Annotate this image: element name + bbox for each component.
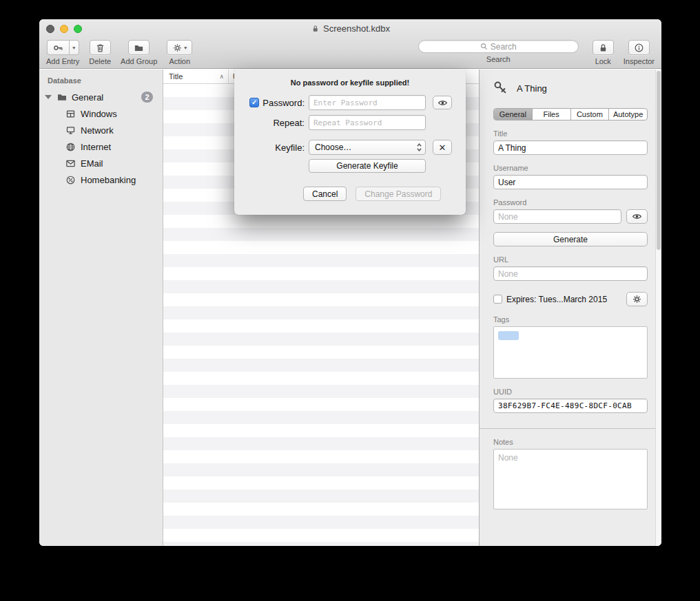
keyfile-popup-button[interactable]: Choose… [309, 140, 426, 155]
window-chrome: Screenshot.kdbx ▾ Add Entry Delete [39, 19, 661, 69]
sidebar-item-windows[interactable]: Windows [39, 105, 163, 122]
chevron-down-icon: ▾ [184, 45, 187, 51]
sidebar-item-label: EMail [81, 158, 103, 169]
title-label: Title [493, 129, 648, 138]
tab-autotype[interactable]: Autotype [609, 109, 647, 120]
key-icon [493, 81, 508, 96]
folder-icon [134, 43, 144, 53]
inspector-scrollbar[interactable] [655, 70, 661, 546]
tag-pill[interactable] [498, 331, 519, 340]
inspector-label: Inspector [624, 57, 655, 65]
tags-label: Tags [493, 315, 648, 324]
document-proxy-icon [311, 24, 320, 33]
trash-icon [95, 43, 105, 53]
search-label: Search [486, 55, 511, 63]
inspector-button[interactable] [628, 40, 650, 55]
add-group-button[interactable] [128, 40, 150, 55]
chevron-down-icon[interactable]: ▾ [69, 40, 79, 55]
dialog-reveal-password-button[interactable] [433, 96, 452, 109]
uuid-field[interactable] [493, 399, 648, 413]
dialog-repeat-field[interactable] [309, 115, 426, 130]
tab-general[interactable]: General [494, 109, 533, 120]
app-window: Screenshot.kdbx ▾ Add Entry Delete [39, 19, 661, 546]
username-label: Username [493, 164, 648, 172]
delete-item: Delete [89, 40, 111, 65]
notes-label: Notes [493, 438, 648, 446]
inspector-tabs: General Files Custom Autotype [493, 108, 648, 120]
gear-icon [632, 294, 642, 304]
tab-custom[interactable]: Custom [571, 109, 610, 120]
dialog-repeat-label: Repeat: [273, 118, 305, 128]
expires-row: Expires: Tues...March 2015 [493, 292, 648, 306]
eye-icon [438, 98, 448, 108]
dialog-password-label: Password: [262, 98, 305, 108]
key-icon[interactable] [47, 40, 69, 55]
gear-icon [172, 43, 183, 53]
add-group-item: Add Group [121, 40, 157, 65]
expires-settings-button[interactable] [626, 292, 648, 306]
sidebar-item-internet[interactable]: Internet [39, 138, 163, 155]
globe-icon [65, 142, 76, 152]
disclosure-triangle-icon[interactable] [45, 95, 52, 99]
title-field[interactable] [493, 140, 648, 155]
password-checkbox[interactable]: ✓ [249, 98, 259, 107]
action-button[interactable]: ▾ [167, 40, 192, 55]
action-item: ▾ Action [167, 40, 192, 65]
username-field[interactable] [493, 175, 648, 189]
lock-button[interactable] [593, 40, 614, 55]
dialog-password-field[interactable] [309, 95, 426, 110]
toolbar: ▾ Add Entry Delete Add Group ▾ [39, 38, 661, 68]
eye-icon [632, 211, 642, 222]
sidebar-item-email[interactable]: EMail [39, 155, 163, 171]
add-entry-label: Add Entry [46, 57, 79, 65]
network-icon [65, 125, 76, 136]
envelope-icon [65, 158, 76, 169]
sidebar-item-label: Network [81, 125, 114, 136]
titlebar[interactable]: Screenshot.kdbx [39, 19, 661, 38]
change-password-button[interactable]: Change Password [356, 187, 441, 201]
window-title-area: Screenshot.kdbx [39, 19, 661, 38]
inspector-item: Inspector [624, 40, 655, 65]
sidebar-item-label: Internet [81, 142, 111, 152]
sort-ascending-icon: ∧ [219, 73, 224, 80]
scrollbar-thumb[interactable] [657, 71, 661, 250]
tab-files[interactable]: Files [533, 109, 571, 120]
lock-item: Lock [593, 40, 614, 65]
sidebar-item-label: Homebanking [81, 175, 136, 185]
password-label: Password [493, 198, 648, 207]
reveal-password-button[interactable] [626, 209, 648, 224]
search-item: Search Search [418, 40, 579, 63]
generate-password-button[interactable]: Generate [493, 232, 648, 246]
keyfile-selected-value: Choose… [315, 143, 351, 152]
delete-label: Delete [89, 57, 111, 65]
info-icon [634, 43, 644, 53]
sidebar-item-homebanking[interactable]: Homebanking [39, 171, 163, 188]
sidebar-group-general[interactable]: General 2 [39, 89, 163, 105]
clear-keyfile-button[interactable]: ✕ [433, 140, 452, 155]
uuid-label: UUID [493, 388, 648, 396]
expires-checkbox[interactable] [493, 295, 502, 304]
delete-button[interactable] [90, 40, 111, 55]
dialog-keyfile-label: Keyfile: [275, 143, 305, 153]
generate-keyfile-button[interactable]: Generate Keyfile [309, 159, 426, 173]
sidebar: Database General 2 Windows Network Inter… [39, 70, 163, 546]
entry-count-badge: 2 [141, 92, 153, 103]
lock-label: Lock [595, 57, 611, 65]
search-icon [480, 43, 488, 50]
column-header-title[interactable]: Title ∧ [163, 70, 229, 83]
sheet-message: No password or keyfile supplied! [234, 78, 466, 87]
add-entry-button[interactable]: ▾ [47, 40, 79, 55]
inspector-header: A Thing [493, 81, 648, 96]
tags-box[interactable] [493, 326, 648, 379]
entry-title: A Thing [517, 83, 547, 94]
cancel-button[interactable]: Cancel [303, 187, 347, 201]
search-input[interactable]: Search [418, 40, 579, 53]
notes-field[interactable] [493, 449, 648, 509]
sidebar-item-network[interactable]: Network [39, 122, 163, 138]
password-field[interactable] [493, 209, 621, 224]
sidebar-group-label: General [72, 92, 103, 103]
window-title: Screenshot.kdbx [323, 23, 390, 34]
url-field[interactable] [493, 266, 648, 281]
expires-label: Expires: Tues...March 2015 [506, 295, 622, 304]
inspector-panel: A Thing General Files Custom Autotype Ti… [479, 70, 661, 546]
